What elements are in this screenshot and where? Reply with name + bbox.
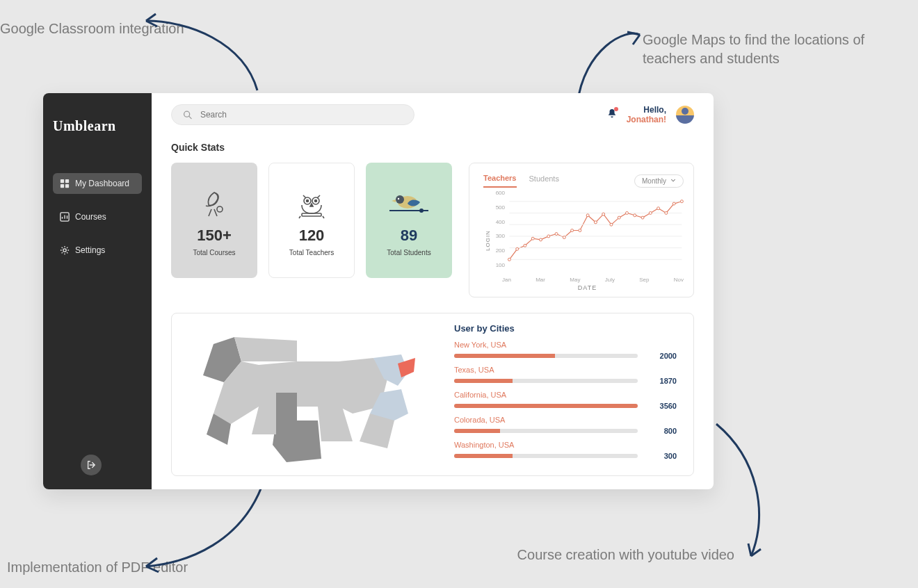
city-value: 800	[649, 427, 677, 435]
search-input[interactable]	[200, 110, 403, 120]
chart-x-tick: Nov	[674, 277, 684, 283]
city-row: New York, USA2000	[454, 341, 677, 360]
svg-point-38	[626, 211, 629, 214]
search-icon	[183, 110, 192, 120]
dropdown-label: Monthly	[642, 177, 666, 185]
quick-stats-title: Quick Stats	[171, 142, 694, 153]
chart-icon	[60, 212, 70, 222]
logout-button[interactable]	[81, 455, 102, 475]
svg-rect-2	[61, 184, 64, 188]
city-row: Washington, USA300	[454, 441, 677, 460]
dashboard-window: Umblearn My Dashboard Courses Settings	[43, 93, 714, 489]
notifications-button[interactable]	[607, 108, 617, 121]
stat-card-students: 89 Total Students	[366, 163, 452, 278]
cities-title: User by Cities	[454, 323, 677, 334]
stat-card-courses: 150+ Total Courses	[171, 163, 257, 278]
city-name: Colorada, USA	[454, 416, 677, 424]
city-value: 1870	[649, 377, 677, 385]
app-logo: Umblearn	[53, 118, 142, 134]
svg-point-33	[586, 214, 589, 217]
svg-point-10	[307, 199, 309, 202]
city-bar	[454, 404, 638, 408]
grid-icon	[60, 179, 70, 188]
svg-point-34	[594, 221, 597, 224]
svg-rect-1	[65, 179, 69, 183]
svg-point-36	[610, 223, 613, 226]
sidebar-item-label: My Dashboard	[75, 179, 129, 188]
stat-value: 150+	[197, 227, 232, 245]
sidebar-item-settings[interactable]: Settings	[53, 240, 142, 261]
svg-point-37	[618, 216, 620, 219]
city-value: 3560	[649, 402, 677, 410]
sidebar-item-dashboard[interactable]: My Dashboard	[53, 173, 142, 194]
city-name: New York, USA	[454, 341, 677, 349]
svg-point-44	[673, 202, 675, 205]
city-bar	[454, 454, 638, 458]
stat-value: 89	[401, 227, 417, 245]
sidebar-item-label: Settings	[75, 245, 105, 255]
cities-panel: User by Cities New York, USA2000Texas, U…	[171, 313, 694, 476]
leaf-icon	[200, 185, 228, 222]
gear-icon	[60, 245, 70, 255]
svg-point-39	[634, 214, 636, 217]
city-row: California, USA3560	[454, 391, 677, 410]
avatar[interactable]	[676, 106, 694, 124]
chart-tab-teachers[interactable]: Teachers	[483, 174, 517, 188]
svg-point-35	[602, 213, 605, 215]
greeting: Hello, Jonathan!	[627, 105, 666, 125]
svg-point-32	[579, 229, 581, 232]
sidebar-item-label: Courses	[75, 212, 106, 222]
city-bar	[454, 429, 638, 433]
svg-point-23	[508, 258, 510, 261]
svg-rect-12	[302, 213, 321, 216]
chart-x-tick: July	[605, 277, 615, 283]
sidebar: Umblearn My Dashboard Courses Settings	[43, 93, 152, 489]
chart-y-axis-label: LOGIN	[483, 190, 491, 291]
chart-tab-students[interactable]: Students	[529, 174, 559, 187]
city-bar	[454, 354, 638, 358]
city-name: California, USA	[454, 391, 677, 399]
cities-list: User by Cities New York, USA2000Texas, U…	[454, 323, 677, 466]
svg-rect-3	[65, 184, 69, 188]
search-box[interactable]	[171, 104, 414, 125]
city-row: Colorada, USA800	[454, 416, 677, 435]
annotation-text: Implementation of PDF editor	[7, 558, 188, 577]
city-row: Texas, USA1870	[454, 366, 677, 385]
svg-point-26	[531, 237, 534, 240]
chart-x-axis-label: DATE	[491, 284, 684, 291]
svg-point-31	[571, 229, 574, 232]
svg-point-14	[396, 195, 404, 204]
city-value: 2000	[649, 352, 677, 360]
svg-point-5	[63, 249, 66, 252]
chart-x-tick: Mar	[536, 277, 545, 283]
svg-rect-0	[61, 179, 64, 183]
svg-point-41	[649, 211, 652, 214]
svg-point-40	[641, 216, 644, 219]
arrow-icon	[132, 0, 271, 97]
stat-label: Total Students	[387, 249, 430, 256]
svg-point-45	[680, 200, 683, 203]
stat-label: Total Courses	[193, 249, 235, 256]
annotation-text: Google Maps to find the locations of tea…	[643, 31, 915, 68]
sidebar-item-courses[interactable]: Courses	[53, 206, 142, 227]
chart-period-dropdown[interactable]: Monthly	[634, 174, 684, 188]
chevron-down-icon	[670, 178, 676, 183]
svg-point-42	[657, 207, 660, 210]
svg-point-16	[419, 209, 424, 213]
city-name: Texas, USA	[454, 366, 677, 374]
svg-point-15	[398, 197, 399, 199]
login-chart: Teachers Students Monthly LOGIN 60050040…	[469, 163, 694, 297]
stat-card-teachers: 120 Total Teachers	[268, 163, 355, 278]
city-name: Washington, USA	[454, 441, 677, 449]
chart-x-tick: Jan	[502, 277, 511, 283]
annotation-text: Course creation with youtube video	[517, 546, 734, 564]
svg-point-24	[516, 247, 519, 250]
stat-value: 120	[299, 227, 325, 245]
svg-point-28	[547, 235, 550, 238]
svg-point-43	[665, 211, 668, 214]
stat-label: Total Teachers	[289, 249, 334, 256]
city-value: 300	[649, 452, 677, 460]
city-bar	[454, 379, 638, 383]
topbar: Hello, Jonathan!	[171, 104, 694, 125]
svg-point-27	[540, 238, 542, 241]
